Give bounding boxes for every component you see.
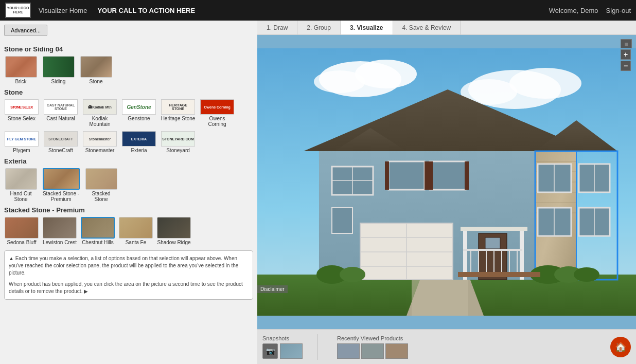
swatch-stone-img — [80, 56, 112, 78]
brand-stonecraft[interactable]: STONECRAFT StoneCraft — [43, 131, 78, 153]
brand-logo-stonemaster: Stonemaster — [83, 131, 117, 147]
brand-label-cast-natural: Cast Natural — [46, 116, 75, 121]
logo-text: YOUR LOGO HERE — [6, 6, 30, 14]
swatch-stacked-premium-label: Stacked Stone - Premium — [42, 191, 80, 202]
section-title-stacked-premium: Stacked Stone - Premium — [4, 206, 253, 214]
nav-home[interactable]: Visualizer Home — [39, 7, 87, 14]
recently-viewed-thumb-2[interactable] — [361, 343, 384, 359]
swatch-handcut[interactable]: Hand Cut Stone — [4, 168, 38, 202]
swatch-lewiston-crest-label: Lewiston Crest — [43, 240, 77, 245]
welcome-text: Welcome, Demo — [549, 7, 598, 14]
brand-kodiak[interactable]: 🏔 Kodiak Mtn Kodiak Mountain — [82, 99, 117, 127]
svg-rect-57 — [429, 161, 433, 190]
brand-label-genstone: Genstone — [128, 116, 150, 121]
zoom-in-button[interactable]: + — [621, 49, 631, 60]
swatch-sedona-bluff-label: Sedona Bluff — [7, 240, 36, 245]
brand-label-heritage: Heritage Stone — [161, 116, 196, 121]
swatch-shadow-ridge-box — [157, 217, 191, 239]
topbar: YOUR LOGO HERE Visualizer Home YOUR CALL… — [0, 0, 636, 21]
snapshot-thumb-1[interactable] — [280, 343, 303, 359]
swatch-shadow-ridge[interactable]: Shadow Ridge — [156, 217, 191, 245]
swatch-brick[interactable]: Brick — [4, 56, 38, 84]
brand-label-stonecraft: StoneCraft — [48, 148, 73, 153]
recently-viewed-area: Recently Viewed Products — [337, 335, 408, 359]
swatch-handcut-label: Hand Cut Stone — [4, 191, 38, 202]
svg-rect-44 — [461, 227, 527, 231]
swatch-stacked[interactable]: Stacked Stone — [84, 168, 118, 202]
swatch-brick-label: Brick — [15, 79, 26, 84]
swatch-chestnut-hills[interactable]: Chestnut Hills — [80, 217, 115, 245]
svg-rect-27 — [485, 238, 500, 249]
brand-label-kodiak: Kodiak Mountain — [82, 116, 117, 127]
zoom-out-button[interactable]: − — [621, 61, 631, 71]
brand-heritage[interactable]: HERITAGE STONE Heritage Stone — [161, 99, 196, 127]
swatch-stacked-premium[interactable]: Stacked Stone - Premium — [42, 168, 80, 202]
topbar-right: Welcome, Demo Sign-out — [549, 7, 631, 14]
tab-draw[interactable]: 1. Draw — [257, 21, 297, 34]
brand-logo-exteria: EXTERIA — [122, 131, 156, 147]
brand-logo-genstone: GenStone — [122, 99, 156, 115]
brand-logo-stonecraft: STONECRAFT — [44, 131, 78, 147]
svg-point-5 — [509, 68, 581, 99]
brand-label-stone-selex: Stone Selex — [8, 116, 36, 121]
svg-point-3 — [314, 70, 365, 93]
advanced-button[interactable]: Advanced... — [4, 25, 47, 36]
svg-point-65 — [574, 267, 599, 282]
disclaimer: Disclaimer — [257, 285, 288, 293]
brand-label-exteria: Exteria — [131, 148, 147, 153]
brand-label-stoneyard: Stoneyard — [166, 148, 190, 153]
svg-rect-45 — [463, 249, 522, 251]
stone-siding-swatches: Brick Siding Stone — [4, 56, 253, 84]
brand-owens-corning[interactable]: Owens Corning Owens Corning — [200, 99, 235, 127]
brand-stonemaster[interactable]: Stonemaster Stonemaster — [82, 131, 117, 153]
stone-brands: STONE SELEX Stone Selex CAST NATURAL STO… — [4, 99, 253, 153]
swatch-stacked-premium-img — [43, 168, 80, 190]
swatch-stacked-img — [85, 168, 117, 190]
left-panel: Advanced... Stone or Siding 04 Brick Sid… — [0, 21, 257, 364]
svg-rect-9 — [412, 275, 468, 316]
swatch-siding-label: Siding — [51, 79, 66, 84]
zoom-indicator: ||| — [621, 39, 632, 48]
swatch-santa-fe[interactable]: Santa Fe — [118, 217, 153, 245]
tab-group[interactable]: 2. Group — [297, 21, 341, 34]
recently-viewed-thumb-1[interactable] — [337, 343, 360, 359]
swatch-sedona-bluff-box — [5, 217, 39, 239]
brand-plygem[interactable]: PLY GEM STONE Plygem — [4, 131, 39, 153]
swatch-handcut-img — [5, 168, 37, 190]
brand-stone-selex[interactable]: STONE SELEX Stone Selex — [4, 99, 39, 127]
camera-icon[interactable]: 📷 — [262, 343, 278, 359]
swatch-stone[interactable]: Stone — [79, 56, 113, 84]
swatch-santa-fe-box — [119, 217, 153, 239]
brand-cast-natural[interactable]: CAST NATURAL STONE Cast Natural — [43, 99, 78, 127]
signout-link[interactable]: Sign-out — [606, 7, 631, 14]
brand-genstone[interactable]: GenStone Genstone — [121, 99, 156, 127]
swatch-siding[interactable]: Siding — [42, 56, 75, 84]
tab-save-review[interactable]: 4. Save & Review — [393, 21, 461, 34]
brand-logo-stoneyard: STONEYARD.COM — [161, 131, 195, 147]
brand-stoneyard[interactable]: STONEYARD.COM Stoneyard — [161, 131, 196, 153]
swatch-siding-img — [43, 56, 75, 78]
svg-rect-41 — [332, 208, 352, 233]
svg-rect-54 — [385, 161, 389, 190]
swatch-shadow-ridge-label: Shadow Ridge — [157, 240, 190, 245]
exteria-swatches: Hand Cut Stone Stacked Stone - Premium S… — [4, 168, 253, 202]
swatch-lewiston-crest-box — [43, 217, 77, 239]
info-line2: When product has been applied, you can c… — [9, 281, 249, 295]
info-line1: ▲ Each time you make a selection, a list… — [9, 255, 249, 277]
brand-label-plygem: Plygem — [13, 148, 30, 153]
recently-viewed-thumbs — [337, 343, 408, 359]
swatch-lewiston-crest[interactable]: Lewiston Crest — [42, 217, 77, 245]
house-area[interactable]: ||| + − Disclaimer — [257, 35, 636, 329]
stacked-premium-swatches: Sedona Bluff Lewiston Crest Chestnut Hil… — [4, 217, 253, 245]
brand-exteria[interactable]: EXTERIA Exteria — [121, 131, 156, 153]
brand-logo-cast-natural: CAST NATURAL STONE — [44, 99, 78, 115]
swatch-santa-fe-label: Santa Fe — [126, 240, 147, 245]
recently-viewed-thumb-3[interactable] — [385, 343, 408, 359]
tab-visualize[interactable]: 3. Visualize — [341, 21, 393, 34]
info-box: ▲ Each time you make a selection, a list… — [4, 250, 253, 300]
zoom-controls: ||| + − — [621, 39, 632, 71]
right-panel: 1. Draw 2. Group 3. Visualize 4. Save & … — [257, 21, 636, 364]
bottom-bar: Snapshots 📷 Recently Viewed Products — [257, 329, 636, 364]
swatch-sedona-bluff[interactable]: Sedona Bluff — [4, 217, 39, 245]
logo: YOUR LOGO HERE — [5, 3, 31, 18]
